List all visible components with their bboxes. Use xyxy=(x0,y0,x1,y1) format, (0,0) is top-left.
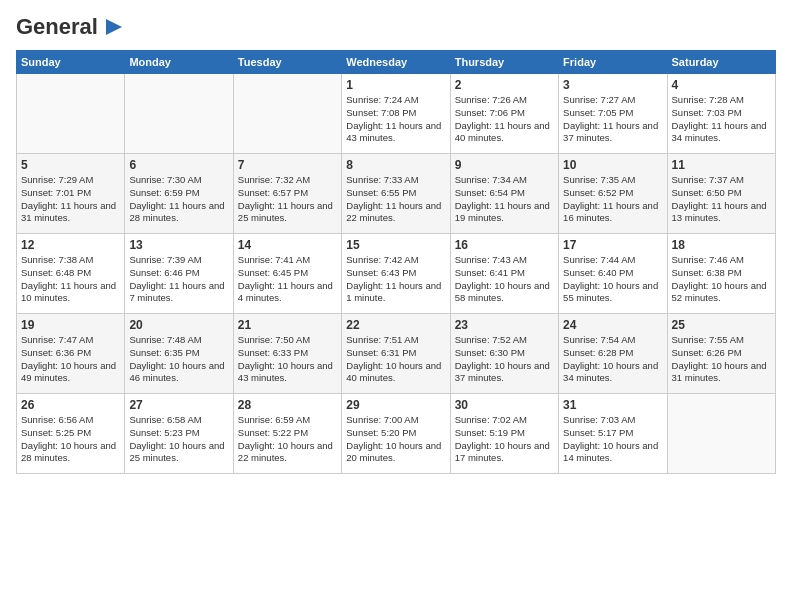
cell-info: Sunrise: 7:54 AMSunset: 6:28 PMDaylight:… xyxy=(563,334,662,385)
calendar-cell: 31Sunrise: 7:03 AMSunset: 5:17 PMDayligh… xyxy=(559,394,667,474)
day-number: 1 xyxy=(346,78,445,92)
calendar-cell: 20Sunrise: 7:48 AMSunset: 6:35 PMDayligh… xyxy=(125,314,233,394)
day-header-wednesday: Wednesday xyxy=(342,51,450,74)
calendar-cell: 14Sunrise: 7:41 AMSunset: 6:45 PMDayligh… xyxy=(233,234,341,314)
day-header-monday: Monday xyxy=(125,51,233,74)
day-number: 18 xyxy=(672,238,771,252)
calendar-week-1: 1Sunrise: 7:24 AMSunset: 7:08 PMDaylight… xyxy=(17,74,776,154)
calendar-cell: 23Sunrise: 7:52 AMSunset: 6:30 PMDayligh… xyxy=(450,314,558,394)
day-header-sunday: Sunday xyxy=(17,51,125,74)
day-number: 28 xyxy=(238,398,337,412)
calendar-cell: 1Sunrise: 7:24 AMSunset: 7:08 PMDaylight… xyxy=(342,74,450,154)
day-number: 23 xyxy=(455,318,554,332)
calendar-cell: 12Sunrise: 7:38 AMSunset: 6:48 PMDayligh… xyxy=(17,234,125,314)
day-number: 19 xyxy=(21,318,120,332)
cell-info: Sunrise: 7:33 AMSunset: 6:55 PMDaylight:… xyxy=(346,174,445,225)
cell-info: Sunrise: 7:39 AMSunset: 6:46 PMDaylight:… xyxy=(129,254,228,305)
calendar-cell: 19Sunrise: 7:47 AMSunset: 6:36 PMDayligh… xyxy=(17,314,125,394)
calendar-week-3: 12Sunrise: 7:38 AMSunset: 6:48 PMDayligh… xyxy=(17,234,776,314)
cell-info: Sunrise: 7:55 AMSunset: 6:26 PMDaylight:… xyxy=(672,334,771,385)
calendar-cell: 25Sunrise: 7:55 AMSunset: 6:26 PMDayligh… xyxy=(667,314,775,394)
day-number: 5 xyxy=(21,158,120,172)
cell-info: Sunrise: 7:30 AMSunset: 6:59 PMDaylight:… xyxy=(129,174,228,225)
cell-info: Sunrise: 6:59 AMSunset: 5:22 PMDaylight:… xyxy=(238,414,337,465)
cell-info: Sunrise: 7:51 AMSunset: 6:31 PMDaylight:… xyxy=(346,334,445,385)
day-number: 7 xyxy=(238,158,337,172)
calendar-cell: 30Sunrise: 7:02 AMSunset: 5:19 PMDayligh… xyxy=(450,394,558,474)
calendar-cell xyxy=(233,74,341,154)
calendar-cell: 27Sunrise: 6:58 AMSunset: 5:23 PMDayligh… xyxy=(125,394,233,474)
day-number: 29 xyxy=(346,398,445,412)
day-number: 20 xyxy=(129,318,228,332)
day-number: 10 xyxy=(563,158,662,172)
calendar-cell: 21Sunrise: 7:50 AMSunset: 6:33 PMDayligh… xyxy=(233,314,341,394)
calendar-header-row: SundayMondayTuesdayWednesdayThursdayFrid… xyxy=(17,51,776,74)
calendar-cell: 26Sunrise: 6:56 AMSunset: 5:25 PMDayligh… xyxy=(17,394,125,474)
day-number: 21 xyxy=(238,318,337,332)
calendar-cell xyxy=(667,394,775,474)
cell-info: Sunrise: 7:27 AMSunset: 7:05 PMDaylight:… xyxy=(563,94,662,145)
calendar-cell: 29Sunrise: 7:00 AMSunset: 5:20 PMDayligh… xyxy=(342,394,450,474)
calendar-cell: 22Sunrise: 7:51 AMSunset: 6:31 PMDayligh… xyxy=(342,314,450,394)
day-number: 30 xyxy=(455,398,554,412)
cell-info: Sunrise: 6:58 AMSunset: 5:23 PMDaylight:… xyxy=(129,414,228,465)
cell-info: Sunrise: 7:47 AMSunset: 6:36 PMDaylight:… xyxy=(21,334,120,385)
cell-info: Sunrise: 7:48 AMSunset: 6:35 PMDaylight:… xyxy=(129,334,228,385)
calendar-cell: 28Sunrise: 6:59 AMSunset: 5:22 PMDayligh… xyxy=(233,394,341,474)
day-number: 26 xyxy=(21,398,120,412)
day-number: 9 xyxy=(455,158,554,172)
day-number: 31 xyxy=(563,398,662,412)
day-number: 13 xyxy=(129,238,228,252)
day-number: 12 xyxy=(21,238,120,252)
calendar-cell: 11Sunrise: 7:37 AMSunset: 6:50 PMDayligh… xyxy=(667,154,775,234)
day-header-tuesday: Tuesday xyxy=(233,51,341,74)
calendar-cell: 5Sunrise: 7:29 AMSunset: 7:01 PMDaylight… xyxy=(17,154,125,234)
page-header: General xyxy=(16,16,776,38)
day-number: 8 xyxy=(346,158,445,172)
day-number: 14 xyxy=(238,238,337,252)
calendar-cell: 3Sunrise: 7:27 AMSunset: 7:05 PMDaylight… xyxy=(559,74,667,154)
cell-info: Sunrise: 7:32 AMSunset: 6:57 PMDaylight:… xyxy=(238,174,337,225)
day-number: 6 xyxy=(129,158,228,172)
cell-info: Sunrise: 7:24 AMSunset: 7:08 PMDaylight:… xyxy=(346,94,445,145)
cell-info: Sunrise: 7:44 AMSunset: 6:40 PMDaylight:… xyxy=(563,254,662,305)
cell-info: Sunrise: 7:37 AMSunset: 6:50 PMDaylight:… xyxy=(672,174,771,225)
calendar-cell: 9Sunrise: 7:34 AMSunset: 6:54 PMDaylight… xyxy=(450,154,558,234)
cell-info: Sunrise: 7:35 AMSunset: 6:52 PMDaylight:… xyxy=(563,174,662,225)
cell-info: Sunrise: 7:00 AMSunset: 5:20 PMDaylight:… xyxy=(346,414,445,465)
day-number: 17 xyxy=(563,238,662,252)
calendar-cell: 15Sunrise: 7:42 AMSunset: 6:43 PMDayligh… xyxy=(342,234,450,314)
calendar-cell: 10Sunrise: 7:35 AMSunset: 6:52 PMDayligh… xyxy=(559,154,667,234)
cell-info: Sunrise: 7:50 AMSunset: 6:33 PMDaylight:… xyxy=(238,334,337,385)
cell-info: Sunrise: 7:42 AMSunset: 6:43 PMDaylight:… xyxy=(346,254,445,305)
cell-info: Sunrise: 7:02 AMSunset: 5:19 PMDaylight:… xyxy=(455,414,554,465)
calendar-cell: 16Sunrise: 7:43 AMSunset: 6:41 PMDayligh… xyxy=(450,234,558,314)
calendar-cell: 8Sunrise: 7:33 AMSunset: 6:55 PMDaylight… xyxy=(342,154,450,234)
logo-arrow-icon xyxy=(100,17,128,37)
calendar-cell: 17Sunrise: 7:44 AMSunset: 6:40 PMDayligh… xyxy=(559,234,667,314)
logo-general: General xyxy=(16,16,98,38)
calendar-cell: 18Sunrise: 7:46 AMSunset: 6:38 PMDayligh… xyxy=(667,234,775,314)
calendar-week-2: 5Sunrise: 7:29 AMSunset: 7:01 PMDaylight… xyxy=(17,154,776,234)
calendar-week-4: 19Sunrise: 7:47 AMSunset: 6:36 PMDayligh… xyxy=(17,314,776,394)
calendar-cell: 6Sunrise: 7:30 AMSunset: 6:59 PMDaylight… xyxy=(125,154,233,234)
calendar-cell: 2Sunrise: 7:26 AMSunset: 7:06 PMDaylight… xyxy=(450,74,558,154)
day-number: 15 xyxy=(346,238,445,252)
cell-info: Sunrise: 7:29 AMSunset: 7:01 PMDaylight:… xyxy=(21,174,120,225)
cell-info: Sunrise: 7:28 AMSunset: 7:03 PMDaylight:… xyxy=(672,94,771,145)
cell-info: Sunrise: 7:38 AMSunset: 6:48 PMDaylight:… xyxy=(21,254,120,305)
day-header-friday: Friday xyxy=(559,51,667,74)
day-number: 16 xyxy=(455,238,554,252)
day-number: 27 xyxy=(129,398,228,412)
cell-info: Sunrise: 7:26 AMSunset: 7:06 PMDaylight:… xyxy=(455,94,554,145)
cell-info: Sunrise: 7:52 AMSunset: 6:30 PMDaylight:… xyxy=(455,334,554,385)
svg-marker-0 xyxy=(106,19,122,35)
day-number: 4 xyxy=(672,78,771,92)
day-number: 25 xyxy=(672,318,771,332)
calendar-cell xyxy=(17,74,125,154)
day-number: 11 xyxy=(672,158,771,172)
cell-info: Sunrise: 6:56 AMSunset: 5:25 PMDaylight:… xyxy=(21,414,120,465)
day-header-saturday: Saturday xyxy=(667,51,775,74)
calendar-cell: 24Sunrise: 7:54 AMSunset: 6:28 PMDayligh… xyxy=(559,314,667,394)
cell-info: Sunrise: 7:43 AMSunset: 6:41 PMDaylight:… xyxy=(455,254,554,305)
